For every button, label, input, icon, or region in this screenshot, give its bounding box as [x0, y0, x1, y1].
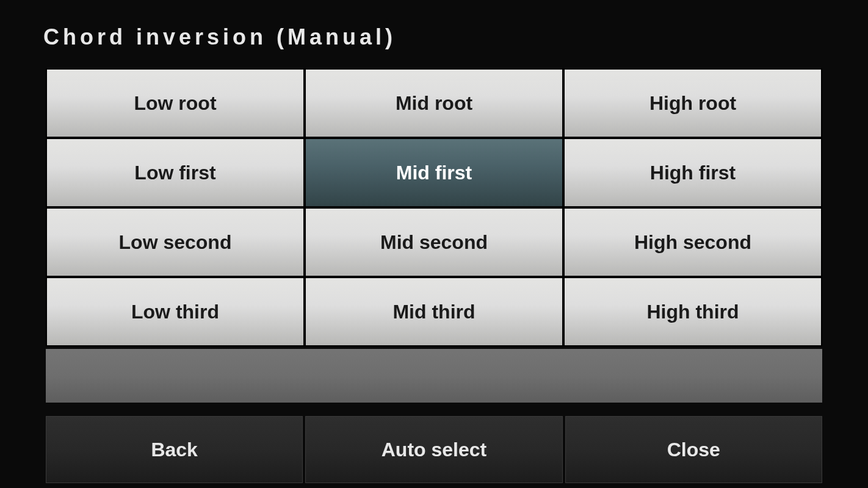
footer-bar: Back Auto select Close [46, 416, 822, 483]
inversion-high-third[interactable]: High third [565, 278, 821, 345]
inversion-high-first[interactable]: High first [565, 139, 821, 206]
inversion-mid-third[interactable]: Mid third [306, 278, 562, 345]
auto-select-button[interactable]: Auto select [305, 416, 562, 483]
page-title: Chord inversion (Manual) [43, 24, 822, 50]
inversion-high-second[interactable]: High second [565, 209, 821, 276]
inversion-low-second[interactable]: Low second [47, 209, 303, 276]
inversion-mid-second[interactable]: Mid second [306, 209, 562, 276]
inversion-high-root[interactable]: High root [565, 70, 821, 137]
close-button[interactable]: Close [565, 416, 822, 483]
inversion-low-root[interactable]: Low root [47, 70, 303, 137]
inversion-grid: Low root Mid root High root Low first Mi… [46, 68, 822, 346]
inversion-low-third[interactable]: Low third [47, 278, 303, 345]
back-button[interactable]: Back [46, 416, 303, 483]
inversion-mid-first[interactable]: Mid first [306, 139, 562, 206]
inversion-low-first[interactable]: Low first [47, 139, 303, 206]
status-bar [46, 349, 822, 403]
inversion-mid-root[interactable]: Mid root [306, 70, 562, 137]
